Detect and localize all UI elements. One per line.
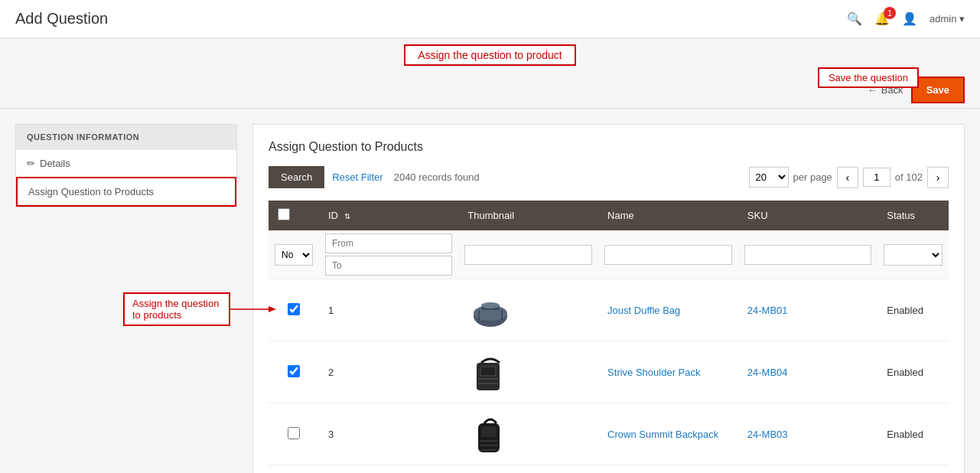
select-all-checkbox[interactable]	[278, 208, 290, 220]
product-thumbnail	[467, 411, 513, 457]
filter-bar: Search Reset Filter 2040 records found 2…	[269, 166, 949, 188]
product-name-link[interactable]: Strive Shoulder Pack	[607, 367, 700, 378]
svg-rect-13	[480, 440, 498, 442]
svg-rect-8	[481, 367, 495, 375]
svg-marker-17	[269, 306, 276, 312]
back-label: Back	[881, 84, 903, 96]
back-arrow-icon: ←	[868, 84, 877, 96]
cell-status: Enabled	[877, 403, 949, 465]
col-thumbnail: Thumbnail	[458, 201, 598, 230]
notification-badge: 1	[884, 7, 896, 19]
next-page-button[interactable]: ›	[927, 167, 949, 188]
page-of: of 102	[895, 171, 923, 183]
products-table: ID ⇅ Thumbnail Name SKU St	[269, 201, 949, 465]
col-status: Status	[877, 201, 949, 230]
status-col-label: Status	[887, 210, 915, 221]
sidebar-section: QUESTION INFORMATION ✏ Details Assign Qu…	[15, 124, 237, 207]
product-thumbnail	[467, 349, 513, 395]
product-sku-link[interactable]: 24-MB01	[747, 305, 788, 316]
cell-id: 3	[319, 403, 458, 465]
cell-id: 2	[319, 341, 458, 403]
svg-rect-9	[478, 378, 498, 380]
top-navbar: Add Question 🔍 🔔 1 👤 admin ▾	[0, 0, 980, 38]
row-checkbox-3[interactable]	[288, 427, 300, 439]
cell-sku: 24-MB01	[738, 279, 877, 341]
row-checkbox-1[interactable]	[288, 303, 300, 315]
no-select-wrap: No Yes	[275, 244, 313, 266]
id-from-input[interactable]	[325, 233, 452, 253]
assign-annotation-text: Assign the question to products	[132, 298, 219, 321]
edit-icon: ✏	[27, 158, 35, 169]
search-icon[interactable]: 🔍	[847, 11, 862, 26]
notification-wrapper: 🔔 1	[874, 11, 890, 26]
product-sku-link[interactable]: 24-MB03	[747, 429, 788, 440]
assign-annotation-box: Assign the question to products	[123, 292, 230, 326]
name-col-label: Name	[607, 210, 634, 221]
id-col-label: ID	[328, 210, 338, 221]
filter-no-select[interactable]: No Yes	[275, 244, 313, 266]
row-checkbox-2[interactable]	[288, 365, 300, 377]
nav-right: 🔍 🔔 1 👤 admin ▾	[847, 11, 965, 26]
prev-page-button[interactable]: ‹	[837, 167, 858, 188]
cell-sku: 24-MB03	[738, 403, 877, 465]
thumbnail-filter-input[interactable]	[464, 245, 592, 265]
table-row: 1 Joust Duffle Bag 24-MB01 Enabled	[269, 279, 949, 341]
assign-product-annotation: Assign the question to product	[404, 44, 575, 66]
svg-rect-15	[481, 449, 497, 451]
per-page-select[interactable]: 20 50 100	[749, 167, 789, 188]
cell-id: 1	[319, 279, 458, 341]
col-name: Name	[598, 201, 738, 230]
page-title: Add Question	[15, 10, 108, 28]
name-filter-input[interactable]	[604, 245, 732, 265]
id-filter	[325, 233, 452, 276]
product-name-link[interactable]: Joust Duffle Bag	[607, 305, 680, 316]
svg-rect-10	[478, 383, 498, 384]
product-name-link[interactable]: Crown Summit Backpack	[607, 429, 718, 440]
toolbar: ← Back Save Save the question	[0, 72, 980, 109]
details-label: Details	[40, 158, 70, 169]
sidebar-item-assign-products[interactable]: Assign Question to Products	[16, 177, 236, 207]
content-area: Assign Question to Products Search Reset…	[252, 124, 965, 473]
sku-col-label: SKU	[747, 210, 768, 221]
assign-products-label: Assign Question to Products	[28, 186, 154, 197]
user-icon[interactable]: 👤	[902, 11, 917, 26]
table-row: 2 Strive Shoulder Pack 24-MB04 Enabled	[269, 341, 949, 403]
records-count: 2040 records found	[394, 171, 480, 183]
save-button[interactable]: Save	[911, 77, 965, 103]
col-id[interactable]: ID ⇅	[319, 201, 458, 230]
content-title: Assign Question to Products	[269, 140, 949, 154]
id-to-input[interactable]	[325, 256, 452, 276]
sidebar-section-title: QUESTION INFORMATION	[16, 125, 236, 149]
pagination: 20 50 100 per page ‹ of 102 ›	[749, 167, 949, 188]
per-page-label: per page	[793, 171, 832, 183]
search-button[interactable]: Search	[269, 166, 324, 188]
cell-name: Joust Duffle Bag	[598, 279, 738, 341]
status-filter-select[interactable]: Enabled Disabled	[884, 244, 943, 266]
table-row: 3 Crown Summit Backpack 24-MB03 Enabled	[269, 403, 949, 465]
cell-status: Enabled	[877, 341, 949, 403]
product-thumbnail	[467, 287, 513, 333]
svg-point-3	[481, 302, 500, 308]
admin-label[interactable]: admin ▾	[930, 13, 965, 24]
header-annotation-bar: Assign the question to product	[0, 38, 980, 72]
table-container: ID ⇅ Thumbnail Name SKU St	[269, 201, 949, 465]
cell-name: Crown Summit Backpack	[598, 403, 738, 465]
svg-rect-12	[481, 426, 497, 437]
product-sku-link[interactable]: 24-MB04	[747, 367, 788, 378]
sidebar-item-details[interactable]: ✏ Details	[16, 149, 236, 177]
assign-annotation-wrap: Assign the question to products	[123, 292, 276, 326]
cell-status: Enabled	[877, 279, 949, 341]
sku-filter-input[interactable]	[744, 245, 871, 265]
sort-icon: ⇅	[344, 212, 350, 220]
page-input[interactable]	[863, 168, 890, 187]
annotation-arrow	[230, 302, 276, 317]
cell-name: Strive Shoulder Pack	[598, 341, 738, 403]
cell-sku: 24-MB04	[738, 341, 877, 403]
back-button[interactable]: ← Back	[868, 84, 903, 96]
cell-thumbnail	[458, 403, 598, 465]
cell-thumbnail	[458, 341, 598, 403]
thumbnail-col-label: Thumbnail	[467, 210, 514, 221]
arrow-svg	[230, 302, 276, 317]
cell-thumbnail	[458, 279, 598, 341]
reset-filter-button[interactable]: Reset Filter	[332, 171, 383, 183]
